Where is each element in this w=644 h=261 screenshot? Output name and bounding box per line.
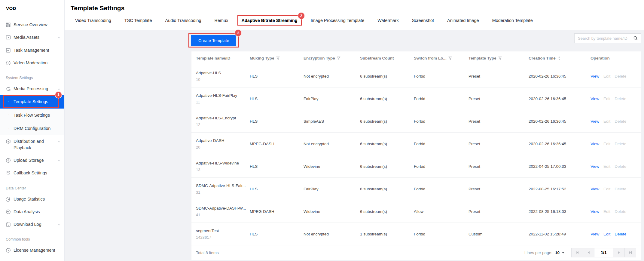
view-link[interactable]: View (591, 97, 599, 101)
cell-encryption-type: SimpleAES (304, 119, 360, 124)
sidebar-subitem-label: Task Flow Settings (14, 113, 50, 118)
tab-image-processing-template[interactable]: Image Processing Template (311, 18, 365, 23)
cell-creation-time: 2020-02-26 16:36:45 (529, 119, 591, 124)
last-page-button[interactable] (624, 248, 636, 257)
column-header-creation-time[interactable]: Creation Time (529, 56, 591, 60)
sidebar-item-license-management[interactable]: License Management (0, 244, 64, 256)
sidebar-subitem-task-flow-settings[interactable]: ·Task Flow Settings (0, 109, 64, 122)
cell-substream-count: 6 substream(s) (360, 187, 414, 191)
search-icon[interactable] (633, 36, 638, 41)
view-link[interactable]: View (591, 74, 599, 78)
delete-link[interactable]: Delete (615, 232, 626, 236)
sidebar-item-upload-storage[interactable]: Upload Storage (0, 154, 64, 167)
filter-icon[interactable] (276, 56, 280, 60)
template-id: 1428617 (196, 235, 246, 240)
cell-creation-time: 2022-08-25 16:17:52 (529, 187, 591, 191)
cell-operation: ViewEditDelete (591, 74, 641, 78)
cell-template-type: Preset (469, 209, 529, 214)
view-link[interactable]: View (591, 164, 599, 169)
cell-substream-count: 6 substream(s) (360, 74, 414, 78)
column-header-template-type[interactable]: Template Type (469, 56, 529, 60)
lines-per-page-select[interactable]: 10 (555, 250, 565, 255)
edit-link: Edit (603, 74, 610, 78)
view-link[interactable]: View (591, 209, 599, 214)
cell-operation: ViewEditDelete (591, 97, 641, 101)
tab-animated-image[interactable]: Animated Image (447, 18, 479, 23)
template-table-card: Template name/IDMuxing TypeEncryption Ty… (191, 51, 641, 260)
sidebar-item-callback-settings[interactable]: Callback Settings (0, 167, 64, 179)
tab-remux[interactable]: Remux (215, 18, 228, 23)
tab-label: Watermark (377, 18, 398, 23)
column-header-operation: Operation (591, 56, 641, 60)
tab-video-transcoding[interactable]: Video Transcoding (75, 18, 111, 23)
pie-icon (6, 197, 11, 202)
sidebar-subitem-drm-configuration[interactable]: ·DRM Configuration (0, 122, 64, 135)
template-id: 31 (196, 190, 246, 195)
sidebar-item-video-moderation[interactable]: Video Moderation (0, 57, 64, 69)
create-template-button[interactable]: Create Template (191, 35, 236, 46)
sidebar-item-task-management[interactable]: Task Management (0, 44, 64, 57)
sidebar-item-data-analysis[interactable]: Data Analysis (0, 205, 64, 218)
sidebar-item-service-overview[interactable]: Service Overview (0, 18, 64, 31)
processing-icon (6, 86, 11, 91)
view-link[interactable]: View (591, 142, 599, 146)
total-items-label: Total 8 items (196, 250, 219, 255)
cell-substream-count: 6 substream(s) (360, 164, 414, 169)
cell-muxing-type: HLS (250, 97, 304, 101)
filter-icon[interactable] (498, 56, 502, 60)
cell-muxing-type: HLS (250, 232, 304, 236)
bullet-icon: · (8, 112, 10, 118)
cell-switch-from-low: Forbid (414, 119, 469, 124)
sort-icon[interactable] (557, 56, 561, 60)
sidebar-item-label: Download Log (14, 221, 41, 227)
cell-template-name-id: Adpative-HLS-Widevine13 (196, 161, 250, 172)
view-link[interactable]: View (591, 232, 599, 236)
cell-creation-time: 2022-11-02 15:28:49 (529, 232, 591, 236)
cell-template-type: Preset (469, 119, 529, 124)
moderation-icon (6, 60, 11, 66)
filter-icon[interactable] (448, 56, 452, 60)
table-row-adpative-hls-encrypt: Adpative-HLS-Encrypt12HLSSimpleAES6 subs… (191, 110, 641, 133)
first-page-button[interactable] (571, 248, 583, 257)
tab-tsc-template[interactable]: TSC Template (124, 18, 152, 23)
sidebar-subitem-template-settings[interactable]: ·Template Settings1 (0, 95, 64, 108)
cell-switch-from-low: Forbid (414, 232, 469, 236)
sidebar-item-download-log[interactable]: Download Log (0, 218, 64, 231)
next-page-button[interactable] (613, 248, 625, 257)
sidebar-item-media-processing[interactable]: Media Processing (0, 82, 64, 95)
template-id: 13 (196, 167, 246, 172)
template-name: Adpative-DASH (196, 138, 246, 143)
template-id: 41 (196, 213, 246, 217)
view-link[interactable]: View (591, 187, 599, 191)
sidebar-item-label: Usage Statistics (14, 196, 45, 202)
column-header-muxing-type[interactable]: Muxing Type (250, 56, 304, 60)
sidebar-item-media-assets[interactable]: Media Assets (0, 31, 64, 44)
template-id: 10 (196, 77, 246, 82)
delete-link: Delete (615, 119, 626, 124)
column-header-encryption-type[interactable]: Encryption Type (304, 56, 360, 60)
edit-link: Edit (603, 209, 610, 214)
table-body: Adpative-HLS10HLSNot encrypted6 substrea… (191, 65, 641, 245)
chevron-down-icon (57, 159, 61, 162)
search-box (574, 33, 641, 43)
sidebar-item-distribution-and-playback[interactable]: Distribution and Playback (0, 135, 64, 154)
task-icon (6, 48, 11, 53)
delete-link: Delete (615, 74, 626, 78)
cell-encryption-type: Not encrypted (304, 74, 360, 78)
sidebar-item-usage-statistics[interactable]: Usage Statistics (0, 193, 64, 205)
search-input[interactable] (578, 36, 633, 41)
column-header-template-name-id: Template name/ID (196, 56, 250, 60)
tab-screenshot[interactable]: Screenshot (412, 18, 434, 23)
tab-moderation-template[interactable]: Moderation Template (492, 18, 533, 23)
edit-link: Edit (603, 119, 610, 124)
tab-watermark[interactable]: Watermark (377, 18, 398, 23)
edit-link[interactable]: Edit (603, 232, 610, 236)
filter-icon[interactable] (337, 56, 340, 60)
tab-adaptive-bitrate-streaming[interactable]: Adaptive Bitrate Streaming2 (237, 15, 302, 26)
view-link[interactable]: View (591, 119, 599, 124)
column-header-switch-from-lo[interactable]: Switch from Lo... (414, 56, 469, 60)
column-label: Encryption Type (304, 56, 335, 60)
tab-label: Screenshot (412, 18, 434, 23)
tab-audio-transcoding[interactable]: Audio Transcoding (165, 18, 201, 23)
prev-page-button[interactable] (583, 248, 594, 257)
